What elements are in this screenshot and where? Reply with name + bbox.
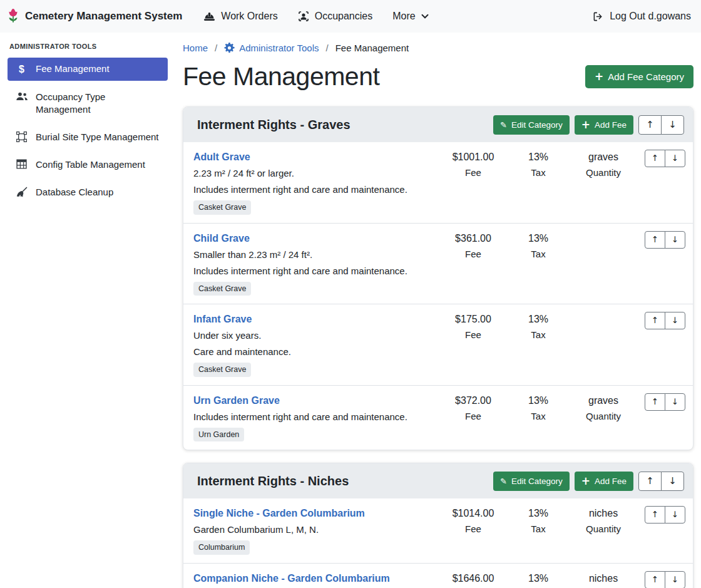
fee-quantity-unit: graves [571,393,636,408]
top-navbar: Cemetery Management System Work Orders [0,0,701,33]
add-fee-label: Add Fee [595,120,627,130]
fee-reorder-group: ↑ ↓ [645,393,685,411]
fee-tax-column: 13% Tax [506,150,571,180]
fee-description: Care and maintenance. [193,344,436,359]
move-fee-down-button[interactable]: ↓ [665,506,685,524]
page-title: Fee Management [183,62,379,91]
fee-tag: Casket Grave [193,363,251,377]
fee-amount: $175.00 [441,312,506,327]
fee-tax: 13% [506,231,571,246]
fee-reorder-group: ↑ ↓ [645,150,685,167]
fee-row: Companion Niche - Garden Columbarium Gar… [183,564,693,588]
breadcrumb-separator: / [215,43,217,53]
fee-row: Child Grave Smaller than 2.23 m² / 24 ft… [183,224,693,305]
fee-row: Adult Grave 2.23 m² / 24 ft² or larger. … [183,142,693,224]
sidebar-item-config-table-management[interactable]: Config Table Management [8,153,168,176]
edit-category-button[interactable]: ✎ Edit Category [493,472,570,491]
breadcrumb-home[interactable]: Home [183,43,208,53]
sidebar-item-fee-management[interactable]: $ Fee Management [8,58,168,81]
fee-amount: $372.00 [441,393,506,408]
move-fee-up-button[interactable]: ↑ [645,231,665,249]
fee-quantity-label: Quantity [571,410,636,423]
fee-name-link[interactable]: Infant Grave [193,312,252,327]
move-category-up-button[interactable]: ↑ [638,472,662,491]
category-reorder-group: ↑ ↓ [638,115,684,135]
nav-occupancies[interactable]: Occupancies [288,6,383,27]
move-category-down-button[interactable]: ↓ [661,115,684,135]
move-fee-up-button[interactable]: ↑ [645,506,665,524]
fee-amount-label: Fee [441,247,506,261]
nav-more-label: More [392,11,415,22]
app-title: Cemetery Management System [25,10,182,23]
breadcrumb-admin-tools[interactable]: Administrator Tools [224,43,319,53]
nav-work-orders-label: Work Orders [221,11,277,22]
sidebar-item-database-cleanup[interactable]: Database Cleanup [8,181,168,204]
fee-name-link[interactable]: Single Niche - Garden Columbarium [193,506,365,521]
fee-tax: 13% [506,506,571,521]
table-icon [15,159,28,169]
fee-tax-column: 13% Tax [506,312,571,342]
fee-name-link[interactable]: Adult Grave [193,150,250,165]
breadcrumb-current: Fee Management [335,43,409,53]
sidebar-item-occupancy-type-management[interactable]: Occupancy Type Management [8,86,168,121]
move-fee-down-button[interactable]: ↓ [665,150,685,167]
fee-reorder-group: ↑ ↓ [645,231,685,249]
sidebar-item-label: Database Cleanup [36,186,113,199]
logout-label: Log Out d.gowans [610,11,691,22]
edit-category-label: Edit Category [511,477,563,486]
fee-amount-label: Fee [441,328,506,342]
fee-name-link[interactable]: Urn Garden Grave [193,393,280,408]
move-fee-down-button[interactable]: ↓ [665,231,685,249]
nav-work-orders[interactable]: Work Orders [193,6,287,27]
fee-row: Urn Garden Grave Includes interment righ… [183,386,693,450]
move-fee-down-button[interactable]: ↓ [665,571,685,588]
fee-name-link[interactable]: Child Grave [193,231,250,246]
nav-more[interactable]: More [382,6,438,27]
add-fee-button[interactable]: + Add Fee [575,115,633,135]
sidebar-item-label: Occupancy Type Management [36,91,160,116]
fee-amount: $1646.00 [441,571,506,586]
main-nav: Work Orders Occupancies More [193,6,438,27]
category-card-niches: Interment Rights - Niches ✎ Edit Categor… [183,463,693,588]
fee-quantity-column: graves Quantity [571,393,636,423]
move-fee-down-button[interactable]: ↓ [665,393,685,411]
dollar-icon: $ [15,63,28,76]
move-category-up-button[interactable]: ↑ [638,115,662,135]
plus-icon: + [595,71,603,82]
breadcrumb-separator: / [325,43,328,53]
fee-reorder-group: ↑ ↓ [645,571,685,588]
app-brand[interactable]: Cemetery Management System [6,8,182,24]
fee-tax: 13% [506,312,571,327]
category-title: Interment Rights - Graves [197,118,350,132]
fee-description: Garden Columbarium L, M, N. [193,522,436,537]
people-icon [15,91,28,101]
move-fee-up-button[interactable]: ↑ [645,150,665,167]
fee-amount: $1014.00 [441,506,506,521]
fee-description: Includes interment right and care and ma… [193,264,436,279]
fee-amount-label: Fee [441,522,506,536]
move-fee-up-button[interactable]: ↑ [645,571,665,588]
fee-tax-column: 13% Tax [506,231,571,261]
move-fee-up-button[interactable]: ↑ [645,393,665,411]
logout-icon [592,11,604,22]
add-fee-button[interactable]: + Add Fee [575,472,633,491]
edit-category-button[interactable]: ✎ Edit Category [493,115,570,135]
move-fee-down-button[interactable]: ↓ [665,312,685,329]
plus-icon: + [581,476,590,487]
fee-tax: 13% [506,393,571,408]
sidebar-item-burial-site-type-management[interactable]: Burial Site Type Management [8,126,168,148]
pencil-icon: ✎ [500,121,507,129]
hard-hat-icon [203,11,215,22]
fee-reorder-group: ↑ ↓ [645,312,685,329]
fee-name-link[interactable]: Companion Niche - Garden Columbarium [193,571,390,586]
move-fee-up-button[interactable]: ↑ [645,312,665,329]
category-card-graves: Interment Rights - Graves ✎ Edit Categor… [183,106,693,450]
add-fee-category-button[interactable]: + Add Fee Category [585,65,693,88]
fee-quantity-label: Quantity [571,166,636,180]
fee-amount-column: $1646.00 Fee [441,571,506,588]
admin-sidebar: ADMINISTRATOR TOOLS $ Fee Management Occ… [0,33,175,588]
fee-description: Includes interment right and care and ma… [193,182,436,197]
move-category-down-button[interactable]: ↓ [661,472,684,491]
sidebar-item-label: Burial Site Type Management [36,131,159,143]
logout-link[interactable]: Log Out d.gowans [592,11,691,22]
